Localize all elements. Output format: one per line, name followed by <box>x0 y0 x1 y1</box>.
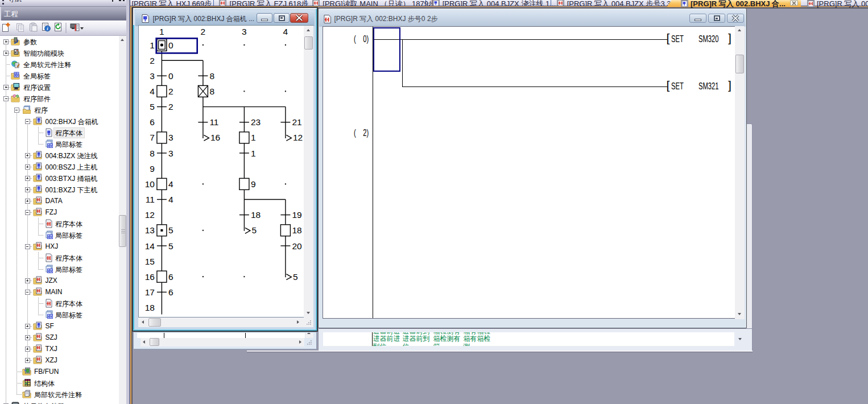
svg-text:4: 4 <box>283 27 288 37</box>
svg-text:17: 17 <box>145 287 155 297</box>
svg-text:16: 16 <box>210 133 220 143</box>
svg-text:9: 9 <box>150 164 155 174</box>
svg-text:6: 6 <box>168 287 173 297</box>
svg-text:18: 18 <box>145 303 155 312</box>
svg-text:0: 0 <box>168 71 173 81</box>
svg-text:2: 2 <box>168 86 173 96</box>
svg-text:4: 4 <box>168 195 173 204</box>
svg-text:3: 3 <box>242 27 247 37</box>
svg-text:4: 4 <box>150 86 155 96</box>
svg-text:14: 14 <box>145 241 155 251</box>
svg-text:6: 6 <box>168 272 173 282</box>
svg-text:23: 23 <box>251 118 261 127</box>
svg-text:2: 2 <box>168 102 173 112</box>
svg-text:9: 9 <box>251 179 256 189</box>
svg-text:1: 1 <box>159 27 164 37</box>
svg-text:7: 7 <box>150 133 155 143</box>
svg-text:8: 8 <box>210 71 215 81</box>
svg-text:1: 1 <box>251 149 256 158</box>
svg-text:12: 12 <box>293 133 303 143</box>
svg-text:10: 10 <box>145 179 155 189</box>
svg-text:18: 18 <box>251 210 261 220</box>
svg-text:12: 12 <box>145 210 155 220</box>
svg-text:15: 15 <box>145 257 155 266</box>
svg-text:3: 3 <box>168 133 173 143</box>
svg-text:5: 5 <box>252 226 257 236</box>
svg-text:19: 19 <box>292 210 302 220</box>
svg-text:2: 2 <box>150 56 155 65</box>
svg-text:3: 3 <box>168 149 173 158</box>
svg-text:11: 11 <box>146 195 155 204</box>
svg-text:8: 8 <box>210 86 215 96</box>
svg-text:18: 18 <box>292 226 302 236</box>
svg-text:20: 20 <box>292 241 303 251</box>
svg-text:8: 8 <box>150 149 155 158</box>
svg-text:21: 21 <box>292 118 302 127</box>
svg-text:1: 1 <box>150 40 155 50</box>
svg-text:0: 0 <box>168 40 173 50</box>
svg-text:4: 4 <box>168 179 173 189</box>
svg-text:13: 13 <box>145 226 155 236</box>
svg-text:11: 11 <box>210 118 219 127</box>
svg-text:2: 2 <box>201 27 206 37</box>
svg-text:1: 1 <box>251 133 256 143</box>
svg-text:5: 5 <box>168 241 173 251</box>
svg-text:6: 6 <box>150 118 155 127</box>
svg-text:5: 5 <box>150 102 155 112</box>
svg-text:16: 16 <box>145 272 155 282</box>
svg-text:5: 5 <box>168 226 173 236</box>
svg-text:3: 3 <box>150 71 155 81</box>
svg-text:5: 5 <box>293 272 298 282</box>
